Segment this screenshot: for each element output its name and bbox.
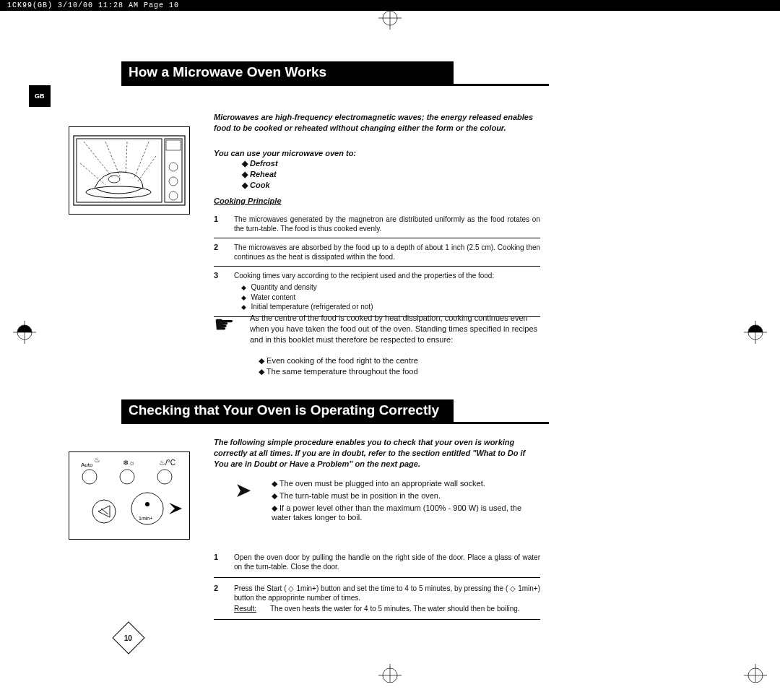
svg-rect-17 <box>165 139 182 202</box>
svg-point-40 <box>145 502 150 506</box>
crop-mark-bottom-center-icon <box>376 661 404 683</box>
svg-point-35 <box>157 470 172 484</box>
crop-mark-right-center-icon <box>741 318 770 347</box>
step-number: 2 <box>214 243 234 262</box>
preconditions-block: ➤ The oven must be plugged into an appro… <box>214 479 540 524</box>
crop-mark-left-center-icon <box>10 318 39 347</box>
use-reheat: Reheat <box>242 169 278 180</box>
step-text: Cooking times vary according to the reci… <box>234 271 540 312</box>
section2-intro: The following simple procedure enables y… <box>214 437 540 470</box>
section2-title: Checking that Your Oven is Operating Cor… <box>121 399 454 424</box>
result-label: Result: <box>234 604 270 613</box>
microwave-diagram-illustration <box>69 126 190 215</box>
step-text: The microwaves are absorbed by the food … <box>234 243 540 262</box>
preconditions-list: The oven must be plugged into an appropr… <box>272 479 540 524</box>
step-text-lead: Cooking times vary according to the reci… <box>234 272 494 280</box>
use-defrost: Defrost <box>242 158 278 169</box>
svg-line-24 <box>84 142 113 178</box>
step-3: 3 Cooking times vary according to the re… <box>214 267 540 317</box>
svg-text:♨: ♨ <box>94 456 100 464</box>
svg-marker-42 <box>169 503 182 514</box>
step2-lead: Press the Start ( ◇ 1min+) button and se… <box>234 584 540 602</box>
step-text: Open the oven door by pulling the handle… <box>234 553 540 571</box>
page-number-badge: 10 <box>112 621 144 654</box>
pointing-hand-icon: ☛ <box>214 313 250 345</box>
cooking-principle-steps: 1 The microwaves generated by the magnet… <box>214 210 540 317</box>
svg-rect-18 <box>166 140 181 150</box>
svg-point-36 <box>92 500 116 523</box>
section1-title: How a Microwave Oven Works <box>121 61 454 86</box>
svg-point-23 <box>108 176 120 183</box>
crop-mark-top-center-icon <box>376 4 404 33</box>
step-text: The microwaves generated by the magnetro… <box>234 215 540 233</box>
page: GB How a Microwave Oven Works Microwave <box>0 11 780 683</box>
svg-point-33 <box>82 470 97 484</box>
step-1: 1 The microwaves generated by the magnet… <box>214 210 540 238</box>
svg-point-20 <box>169 177 178 186</box>
region-tab: GB <box>29 85 51 107</box>
step-number: 2 <box>214 584 234 613</box>
svg-marker-37 <box>98 506 110 517</box>
tip-b: The same temperature throughout the food <box>259 367 547 376</box>
svg-text:1min+: 1min+ <box>139 516 152 521</box>
precondition-c: If a power level other than the maximum … <box>272 504 540 522</box>
step3-sub-a: Quantity and density <box>234 282 540 293</box>
section1-uses-list: Defrost Reheat Cook <box>242 158 278 191</box>
tip-a: Even cooking of the food right to the ce… <box>259 356 547 366</box>
result-text: The oven heats the water for 4 to 5 minu… <box>270 604 540 613</box>
note-bullets: Even cooking of the food right to the ce… <box>259 355 547 378</box>
svg-line-26 <box>126 142 127 174</box>
precondition-b: The turn-table must be in position in th… <box>272 491 540 501</box>
svg-line-28 <box>138 156 156 181</box>
step-2: 2 The microwaves are absorbed by the foo… <box>214 238 540 267</box>
check-step-2: 2 Press the Start ( ◇ 1min+) button and … <box>214 578 540 620</box>
cooking-principle-heading: Cooking Principle <box>214 196 282 207</box>
step3-sub-b: Water content <box>234 293 540 303</box>
svg-line-27 <box>134 142 149 178</box>
auto-label: Auto <box>81 462 93 468</box>
control-panel-illustration: Auto ♨ ❄☼ ♨/°C 1min+ <box>69 451 190 540</box>
section1-youcan: You can use your microwave oven to: <box>214 148 539 159</box>
svg-text:❄☼: ❄☼ <box>123 459 135 467</box>
step-number: 1 <box>214 215 234 233</box>
page-number: 10 <box>124 634 132 642</box>
svg-point-34 <box>120 470 134 484</box>
svg-line-29 <box>80 163 105 185</box>
check-step-1: 1 Open the oven door by pulling the hand… <box>214 547 540 578</box>
svg-text:♨/°C: ♨/°C <box>159 459 176 467</box>
precondition-a: The oven must be plugged into an appropr… <box>272 479 540 488</box>
step-text: Press the Start ( ◇ 1min+) button and se… <box>234 584 540 613</box>
step3-sub-c: Initial temperature (refrigerated or not… <box>234 302 540 312</box>
crop-mark-bottom-right-icon <box>741 661 770 683</box>
section1-intro: Microwaves are high-frequency electromag… <box>214 112 539 134</box>
svg-point-19 <box>169 163 178 171</box>
step-number: 1 <box>214 553 234 571</box>
note-block: ☛ As the centre of the food is cooked by… <box>214 313 540 345</box>
use-cook: Cook <box>242 180 278 191</box>
check-steps: 1 Open the oven door by pulling the hand… <box>214 547 540 620</box>
step-number: 3 <box>214 271 234 312</box>
arrow-right-icon: ➤ <box>214 479 272 524</box>
svg-point-21 <box>169 191 178 200</box>
note-text: As the centre of the food is cooked by h… <box>250 313 540 345</box>
